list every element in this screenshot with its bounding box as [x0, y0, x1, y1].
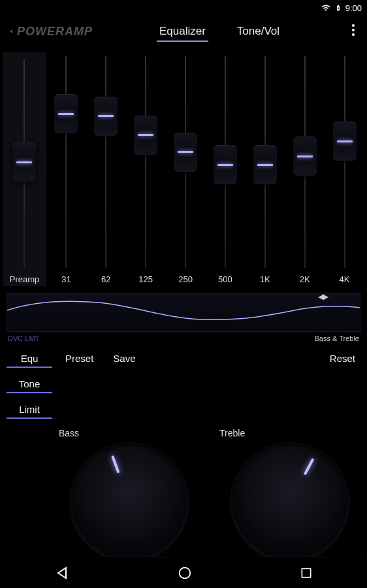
band-slider-500[interactable]: 500	[205, 52, 245, 286]
preamp-slider[interactable]: Preamp	[3, 52, 46, 286]
band-slider-2k[interactable]: 2K	[285, 52, 325, 286]
band-slider-31[interactable]: 31	[46, 52, 86, 286]
equ-toggle[interactable]: Equ	[7, 350, 52, 368]
status-time: 9:00	[345, 3, 362, 13]
preset-button[interactable]: Preset	[65, 350, 93, 419]
curve-scroll-icon[interactable]: ◀▶	[318, 292, 327, 301]
header: POWERAMP Equalizer Tone/Vol	[0, 16, 367, 47]
tab-tonevol[interactable]: Tone/Vol	[234, 17, 282, 46]
nav-back-icon[interactable]	[54, 565, 70, 581]
battery-icon	[335, 3, 342, 13]
tabs: Equalizer Tone/Vol	[93, 17, 346, 46]
band-slider-125[interactable]: 125	[126, 52, 166, 286]
svg-rect-4	[302, 568, 311, 577]
status-bar: 9:00	[0, 0, 367, 16]
save-button[interactable]: Save	[113, 350, 135, 419]
more-menu-icon[interactable]	[346, 18, 360, 44]
nav-home-icon[interactable]	[178, 566, 192, 580]
dvc-lmt-label: DVC LMT	[8, 335, 39, 342]
frequency-curve[interactable]: ◀▶	[7, 293, 360, 332]
bass-knob[interactable]	[71, 444, 188, 561]
svg-point-2	[352, 33, 355, 36]
treble-label: Treble	[219, 428, 360, 438]
band-slider-1k[interactable]: 1K	[245, 52, 285, 286]
treble-knob[interactable]	[231, 444, 349, 561]
bass-treble-label: Bass & Treble	[315, 335, 359, 342]
preamp-label: Preamp	[10, 274, 40, 286]
tone-toggle[interactable]: Tone	[7, 376, 52, 393]
reset-button[interactable]: Reset	[330, 350, 355, 419]
tab-equalizer[interactable]: Equalizer	[157, 17, 208, 46]
equalizer-panel: Preamp 31 62 125 250 500 1K 2K 4K	[0, 47, 367, 289]
knobs-row: Bass Treble	[0, 421, 367, 561]
controls-row: Equ Tone Limit Preset Save Reset	[0, 348, 367, 421]
status-row: DVC LMT Bass & Treble	[0, 332, 367, 348]
svg-point-3	[180, 567, 191, 578]
band-slider-250[interactable]: 250	[166, 52, 206, 286]
svg-point-0	[352, 24, 355, 27]
nav-bar	[0, 557, 367, 588]
bass-label: Bass	[59, 428, 200, 438]
brand-text: POWERAMP	[17, 25, 93, 39]
wifi-icon	[321, 3, 331, 12]
svg-point-1	[352, 29, 355, 31]
band-slider-62[interactable]: 62	[86, 52, 126, 286]
band-slider-4k[interactable]: 4K	[325, 52, 364, 286]
nav-recent-icon[interactable]	[300, 566, 313, 580]
limit-toggle[interactable]: Limit	[7, 401, 52, 419]
back-button[interactable]: POWERAMP	[7, 25, 93, 39]
